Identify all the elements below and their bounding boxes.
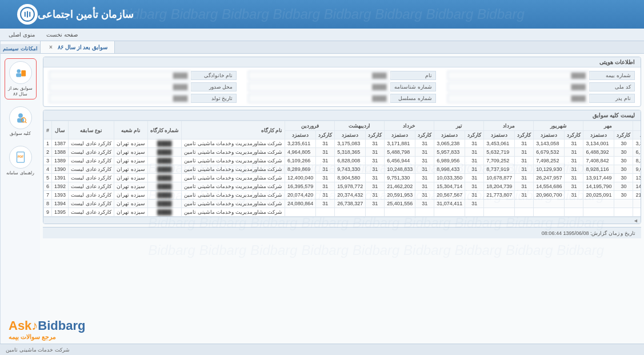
col-ordibehesht[interactable]: اردیبهشت — [335, 121, 385, 131]
cell-row: 1 — [44, 139, 52, 148]
sidebar-item-all-records[interactable]: کلیه سوابق — [5, 104, 37, 139]
table-row[interactable]: 11387کارکرد عادی لیستسیزده تهران████شرکت… — [44, 139, 641, 148]
table-row[interactable]: 51391کارکرد عادی لیستسیزده تهران████شرکت… — [44, 174, 641, 182]
table-scroll[interactable]: #سالنوع سابقهنام شعبهشماره کارگاهنام کار… — [43, 121, 641, 217]
footer-text: شرکت خدمات ماشینی تامین — [6, 347, 70, 353]
table-row[interactable]: 81394کارکرد عادی لیستسیزده تهران████شرکت… — [44, 200, 641, 208]
cell-workshop-no: ████ — [147, 208, 182, 217]
sidebar-item-guide[interactable]: PDF راهنمای سامانه — [5, 143, 37, 178]
cell-branch: سیزده تهران — [114, 165, 148, 174]
col-branch[interactable]: نام شعبه — [114, 121, 148, 139]
cell-wage: 10,248,833 — [385, 165, 415, 174]
cell-wage: 13,917,449 — [583, 174, 614, 182]
table-row[interactable]: 61392کارکرد عادی لیستسیزده تهران████شرکت… — [44, 182, 641, 191]
tab-records-after-86[interactable]: سوابق بعد از سال ۸۶ × — [40, 41, 115, 53]
cell-workshop-no: ████ — [147, 148, 182, 157]
app-title: سازمان تأمین اجتماعی — [38, 8, 134, 21]
cell-wage: 26,247,957 — [534, 174, 565, 182]
col-farvardin[interactable]: فروردین — [285, 121, 335, 131]
table-row[interactable]: 71393کارکرد عادی لیستسیزده تهران████شرکت… — [44, 191, 641, 200]
col-workshop-no[interactable]: شماره کارگاه — [147, 121, 182, 139]
table-row[interactable]: 91395کارکرد عادی لیستسیزده تهران████شرکت… — [44, 208, 641, 217]
cell-wage: 8,998,433 — [434, 165, 465, 174]
cell-days: 31 — [415, 191, 434, 200]
scroll-left-indicator[interactable]: ◄ — [43, 217, 641, 224]
col-khordad-days[interactable]: کارکرد — [415, 131, 434, 139]
col-farvardin-days[interactable]: کارکرد — [316, 131, 335, 139]
cell-wage: 14,554,686 — [534, 182, 565, 191]
tab-close-icon[interactable]: × — [47, 44, 54, 51]
nav-main-menu[interactable]: منوی اصلی — [9, 31, 35, 38]
cell-branch: سیزده تهران — [114, 182, 148, 191]
cell-branch: سیزده تهران — [114, 191, 148, 200]
cell-days — [614, 208, 633, 217]
field-value-national-id: ████ — [447, 82, 589, 91]
sidebar-item-label: سوابق بعد از سال ۸۶ — [6, 86, 35, 97]
col-khordad-wage[interactable]: دستمزد — [385, 131, 415, 139]
sidebar-header: امکانات سیستم — [1, 44, 40, 54]
col-farvardin-wage[interactable]: دستمزد — [285, 131, 316, 139]
col-ordibehesht-days[interactable]: کارکرد — [366, 131, 385, 139]
records-table-panel: لیست کلیه سوابق #سالنوع سابقهنام شعبهشما… — [43, 110, 641, 224]
table-row[interactable]: 21388کارکرد عادی لیستسیزده تهران████شرکت… — [44, 148, 641, 157]
tab-strip: سوابق بعد از سال ۸۶ × — [40, 41, 644, 54]
cell-wage — [633, 200, 641, 208]
cell-days: 30 — [614, 191, 633, 200]
cell-workshop-no: ████ — [147, 139, 182, 148]
cell-wage — [484, 200, 515, 208]
field-label-issue-place: محل صدور — [191, 82, 237, 91]
cell-days: 31 — [366, 200, 385, 208]
cell-row: 5 — [44, 174, 52, 182]
col-mordad-days[interactable]: کارکرد — [515, 131, 534, 139]
cell-days: 31 — [366, 174, 385, 182]
col-shahrivar[interactable]: شهریور — [534, 121, 583, 131]
col-mehr[interactable]: مهر — [583, 121, 633, 131]
col-record-type[interactable]: نوع سابقه — [69, 121, 114, 139]
table-row[interactable]: 41390کارکرد عادی لیستسیزده تهران████شرکت… — [44, 165, 641, 174]
cell-wage: 20,374,432 — [335, 191, 366, 200]
col-khordad[interactable]: خرداد — [385, 121, 434, 131]
col-mordad[interactable]: مرداد — [484, 121, 534, 131]
report-time-label: تاریخ و زمان گزارش: — [590, 230, 635, 236]
nav-home[interactable]: صفحه نخست — [46, 31, 78, 38]
cell-days: 31 — [316, 165, 335, 174]
cell-days: 31 — [515, 174, 534, 182]
col-year[interactable]: سال — [52, 121, 69, 139]
col-workshop-name[interactable]: نام کارگاه — [182, 121, 285, 139]
records-panel-header: لیست کلیه سوابق — [43, 110, 641, 121]
field-value-name: ████ — [248, 71, 390, 80]
cell-wage: 24,080,864 — [285, 200, 316, 208]
cell-days: 31 — [415, 200, 434, 208]
col-ordibehesht-wage[interactable]: دستمزد — [335, 131, 366, 139]
cell-year: 1388 — [52, 148, 69, 157]
cell-wage: 8,289,869 — [285, 165, 316, 174]
col-mordad-wage[interactable]: دستمزد — [484, 131, 515, 139]
sidebar-item-label: کلیه سوابق — [10, 131, 31, 137]
cell-days — [515, 200, 534, 208]
cell-wage: 26,738,327 — [335, 200, 366, 208]
field-label-birth-date: تاریخ تولد — [191, 94, 237, 103]
col-aban-wage[interactable]: دستمزد — [633, 131, 641, 139]
cell-days: 31 — [316, 139, 335, 148]
col-shahrivar-days[interactable]: کارکرد — [565, 131, 583, 139]
col-shahrivar-wage[interactable]: دستمزد — [534, 131, 565, 139]
cell-days: 31 — [415, 174, 434, 182]
table-row[interactable]: 31389کارکرد عادی لیستسیزده تهران████شرکت… — [44, 157, 641, 165]
cell-branch: سیزده تهران — [114, 139, 148, 148]
col-tir[interactable]: تیر — [434, 121, 484, 131]
cell-wage — [484, 208, 515, 217]
cell-wage: 6,172,041 — [633, 148, 641, 157]
cell-wage — [434, 208, 465, 217]
col-mehr-wage[interactable]: دستمزد — [583, 131, 614, 139]
cell-wage: 5,957,833 — [434, 148, 465, 157]
col-tir-days[interactable]: کارکرد — [465, 131, 484, 139]
col-aban[interactable]: آبان — [633, 121, 641, 131]
col-tir-wage[interactable]: دستمزد — [434, 131, 465, 139]
cell-days: 31 — [565, 191, 583, 200]
field-value-id-no: ████ — [248, 82, 390, 91]
col-row[interactable]: # — [44, 121, 52, 139]
cell-workshop-name: شرکت مشاورمدیریت وخدمات ماشینی تامین — [182, 191, 285, 200]
sidebar-item-records-after-86[interactable]: سوابق بعد از سال ۸۶ — [5, 58, 37, 99]
cell-wage: 21,938,666 — [633, 191, 641, 200]
col-mehr-days[interactable]: کارکرد — [614, 131, 633, 139]
